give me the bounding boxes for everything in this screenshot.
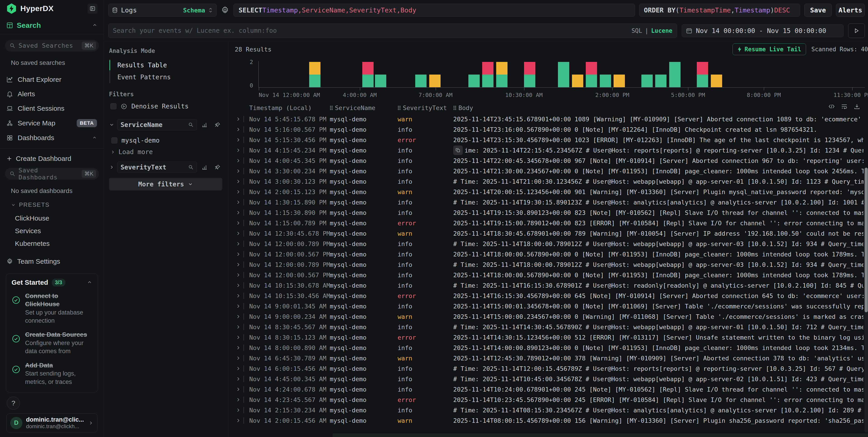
- vertical-scrollbar[interactable]: [864, 168, 868, 433]
- chevron-up-icon[interactable]: [92, 135, 97, 140]
- histogram-bar[interactable]: [496, 62, 507, 87]
- expand-row-icon[interactable]: [235, 272, 242, 277]
- expand-row-icon[interactable]: [235, 356, 242, 361]
- table-row[interactable]: Nov 14 1:15:00.789 PMmysql-demoerror2025…: [235, 218, 868, 228]
- expand-row-icon[interactable]: [235, 366, 242, 371]
- download-icon[interactable]: [854, 103, 860, 110]
- view-source-icon[interactable]: [828, 103, 835, 110]
- expand-row-icon[interactable]: [235, 325, 242, 330]
- chevron-down-icon[interactable]: [109, 122, 115, 128]
- search-icon[interactable]: [188, 122, 194, 128]
- lucene-mode-toggle[interactable]: Lucene: [651, 27, 672, 34]
- expand-row-icon[interactable]: [235, 283, 242, 288]
- more-filters-button[interactable]: More filters: [109, 178, 222, 191]
- load-more-button[interactable]: Load more: [109, 146, 222, 162]
- histogram-bar[interactable]: [482, 62, 494, 87]
- drag-handle-icon[interactable]: [453, 105, 456, 110]
- table-row[interactable]: Nov 14 12:00:00.789 PMmysql-demoinfo# Ti…: [235, 259, 868, 270]
- results-histogram[interactable]: 2 0 Nov 14 12:00:00 AM4:00:00 AM7:00:00 …: [235, 60, 866, 100]
- histogram-bar[interactable]: [572, 74, 583, 87]
- order-by-query[interactable]: ORDER BY (TimestampTime, Timestamp) DESC: [639, 4, 800, 17]
- chart-filter-icon[interactable]: [200, 122, 210, 128]
- expand-row-icon[interactable]: [235, 241, 242, 246]
- column-header-timestamp[interactable]: Timestamp (Local): [249, 104, 330, 111]
- table-row[interactable]: Nov 14 4:24:00.678 AMmysql-demoinfo2025-…: [235, 384, 868, 395]
- expand-row-icon[interactable]: [235, 189, 242, 194]
- column-header-servicename[interactable]: ServiceName: [330, 104, 398, 111]
- table-row[interactable]: Nov 14 8:00:00.890 AMmysql-demoinfo2025-…: [235, 342, 868, 353]
- column-header-severitytext[interactable]: SeverityText: [398, 104, 453, 111]
- histogram-bar[interactable]: [415, 74, 427, 87]
- filter-option-checkbox[interactable]: [111, 137, 117, 143]
- preset-services[interactable]: Services: [5, 225, 99, 237]
- expand-row-icon[interactable]: [235, 293, 242, 298]
- alerts-button[interactable]: Alerts: [836, 4, 865, 17]
- team-settings-button[interactable]: Team Settings: [5, 250, 99, 265]
- expand-row-icon[interactable]: [235, 304, 242, 309]
- select-query[interactable]: SELECT Timestamp,ServiceName,SeverityTex…: [234, 4, 635, 17]
- table-row[interactable]: Nov 14 5:16:00.567 PMmysql-demoinfo2025-…: [235, 124, 868, 135]
- run-query-button[interactable]: [848, 24, 865, 38]
- wrap-lines-icon[interactable]: [841, 103, 848, 110]
- drag-handle-icon[interactable]: [398, 105, 401, 110]
- expand-row-icon[interactable]: [235, 418, 242, 423]
- chevron-up-icon[interactable]: [92, 23, 97, 28]
- histogram-bar[interactable]: [309, 62, 320, 87]
- table-row[interactable]: Nov 14 8:30:45.567 AMmysql-demoinfo# Tim…: [235, 322, 868, 332]
- sidebar-item-alerts[interactable]: Alerts: [5, 87, 99, 101]
- sql-mode-toggle[interactable]: SQL: [631, 27, 642, 34]
- histogram-bar[interactable]: [711, 74, 722, 87]
- expand-row-icon[interactable]: [235, 314, 242, 319]
- create-dashboard-button[interactable]: Create Dashboard: [5, 153, 99, 168]
- get-started-step-add-data[interactable]: Add Data Start sending logs, metrics, or…: [11, 361, 92, 386]
- table-row[interactable]: Nov 14 3:00:30.123 PMmysql-demoinfo# Tim…: [235, 176, 868, 187]
- table-row[interactable]: Nov 14 3:30:00.234 PMmysql-demoinfo2025-…: [235, 166, 868, 176]
- date-range-picker[interactable]: Nov 14 00:00:00 - Nov 15 00:00:00: [682, 24, 844, 37]
- histogram-bar[interactable]: [641, 74, 653, 87]
- table-row[interactable]: Nov 14 9:00:00.234 AMmysql-demowarn2025-…: [235, 311, 868, 322]
- expand-row-icon[interactable]: [235, 169, 242, 173]
- filter-group-severitytext[interactable]: SeverityText: [117, 162, 197, 173]
- chevron-up-icon[interactable]: [87, 280, 92, 285]
- event-search-box[interactable]: SQL | Lucene: [108, 24, 677, 38]
- table-row[interactable]: Nov 14 12:00:00.567 PMmysql-demoinfo2025…: [235, 249, 868, 259]
- help-button[interactable]: ?: [7, 397, 20, 410]
- table-row[interactable]: Nov 14 1:30:15.890 PMmysql-demoinfo# Tim…: [235, 197, 868, 207]
- histogram-bar[interactable]: [669, 62, 681, 87]
- table-row[interactable]: Nov 14 2:00:15.456 AMmysql-demowarn2025-…: [235, 415, 868, 426]
- expand-row-icon[interactable]: [235, 252, 242, 257]
- filter-option-mysql-demo[interactable]: mysql-demo: [121, 137, 160, 144]
- expand-row-icon[interactable]: [235, 345, 242, 350]
- expand-row-icon[interactable]: [235, 397, 242, 402]
- histogram-bar[interactable]: [558, 62, 569, 87]
- chart-filter-icon[interactable]: [200, 164, 210, 170]
- histogram-bar[interactable]: [362, 62, 374, 87]
- presets-toggle[interactable]: PRESETS: [5, 200, 99, 212]
- filter-group-servicename[interactable]: ServiceName: [117, 119, 197, 130]
- table-row[interactable]: Nov 14 1:15:30.890 PMmysql-demoinfo2025-…: [235, 207, 868, 218]
- saved-searches-input[interactable]: Saved Searches ⌘K: [5, 40, 99, 52]
- copy-icon[interactable]: [453, 145, 463, 155]
- expand-row-icon[interactable]: [235, 210, 242, 215]
- table-row[interactable]: Nov 14 10:15:30.456 AMmysql-demoerror202…: [235, 291, 868, 301]
- collapse-sidebar-button[interactable]: [88, 4, 97, 13]
- column-header-body[interactable]: Body: [453, 104, 855, 111]
- chevron-right-icon[interactable]: [109, 165, 115, 170]
- table-row[interactable]: Nov 14 6:45:30.789 AMmysql-demowarn2025-…: [235, 353, 868, 363]
- table-row[interactable]: Nov 14 8:30:15.123 AMmysql-demoerror2025…: [235, 332, 868, 342]
- source-selector[interactable]: Logs Schema: [108, 4, 217, 17]
- expand-row-icon[interactable]: [235, 200, 242, 205]
- expand-row-icon[interactable]: [235, 179, 242, 184]
- sidebar-item-service-map[interactable]: Service Map BETA: [5, 116, 99, 131]
- table-row[interactable]: Nov 14 5:45:15.678 PMmysql-demowarn2025-…: [235, 114, 868, 124]
- table-row[interactable]: Nov 14 2:15:30.234 AMmysql-demoinfo# Tim…: [235, 405, 868, 415]
- source-settings-gear-icon[interactable]: [221, 6, 229, 14]
- histogram-bar[interactable]: [697, 62, 708, 87]
- histogram-bar[interactable]: [429, 74, 440, 87]
- histogram-bar[interactable]: [524, 62, 535, 87]
- drag-handle-icon[interactable]: [330, 105, 333, 110]
- histogram-bar[interactable]: [586, 62, 597, 87]
- histogram-bar[interactable]: [655, 74, 666, 87]
- pin-icon[interactable]: [212, 122, 222, 128]
- table-row[interactable]: Nov 14 4:45:00.345 AMmysql-demoinfo# Tim…: [235, 374, 868, 384]
